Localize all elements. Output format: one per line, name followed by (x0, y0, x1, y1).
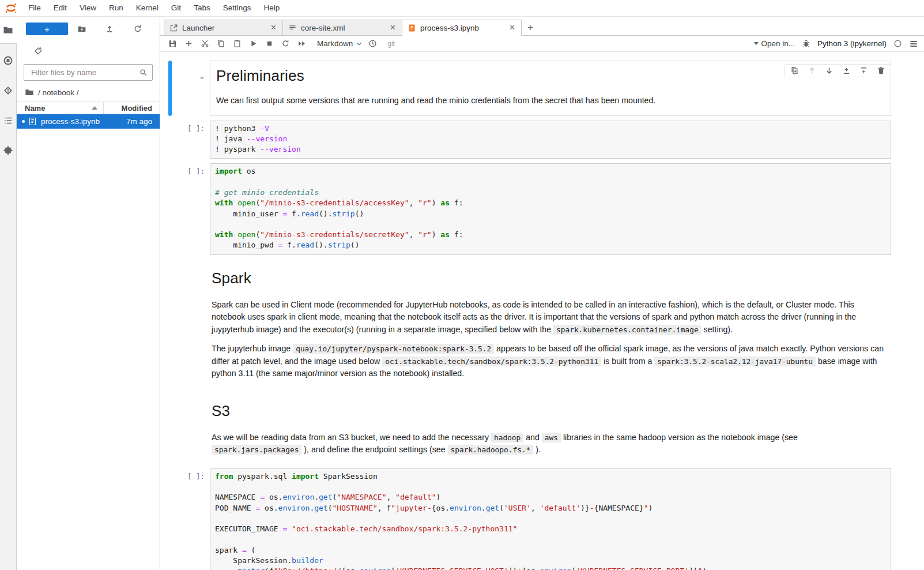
insert-below-icon[interactable] (859, 66, 868, 75)
duplicate-icon[interactable] (790, 66, 799, 75)
menu-kernel[interactable]: Kernel (130, 0, 165, 16)
markdown-cell[interactable]: PreliminariesWe can first output some ve… (168, 61, 891, 116)
markdown-heading: S3 (212, 402, 884, 420)
close-icon[interactable]: × (389, 23, 397, 32)
activitybar-running-kernels-tab[interactable] (0, 47, 17, 74)
code-line: with open("/minio-s3-credentials/secretK… (215, 230, 886, 241)
toolbar-left-icons (168, 39, 314, 48)
cell-prompt (172, 61, 210, 116)
filter-files-input[interactable] (30, 68, 139, 77)
file-row[interactable]: process-s3.ipynb7m ago (17, 114, 160, 129)
paste-icon[interactable] (233, 39, 242, 48)
stop-icon[interactable] (265, 39, 274, 48)
column-header-name[interactable]: Name (17, 102, 104, 114)
extensions-icon (3, 145, 13, 156)
add-tab-button[interactable]: + (522, 20, 539, 36)
restart-icon[interactable] (281, 39, 291, 48)
refresh-icon-button[interactable] (124, 24, 152, 33)
open-file-dot-icon (22, 120, 25, 123)
new-launcher-button[interactable]: + (26, 22, 68, 35)
menu-edit[interactable]: Edit (47, 0, 73, 16)
file-name: process-s3.ipynb (41, 117, 126, 126)
cell-body[interactable]: S3As we will be reading data from an S3 … (210, 392, 891, 464)
save-icon[interactable] (168, 39, 178, 48)
menu-help[interactable]: Help (257, 0, 286, 16)
tag-icon[interactable] (34, 47, 43, 55)
kernel-idle-icon[interactable] (893, 39, 902, 48)
markdown-cell[interactable]: SparkSpark can be used in Client mode (r… (168, 260, 891, 388)
refresh-icon (133, 24, 142, 33)
cell-body[interactable]: ! python3 -V! java --version! pyspark --… (210, 121, 891, 159)
main-dock: Launcher×core-site.xml×process-s3.ipynb×… (160, 17, 924, 570)
column-header-modified[interactable]: Modified (104, 104, 160, 112)
code-line: POD_NAME = os.environ.get("HOSTNAME", f"… (215, 504, 886, 514)
copy-icon[interactable] (217, 39, 226, 48)
kernel-name[interactable]: Python 3 (ipykernel) (817, 39, 887, 48)
menu-run[interactable]: Run (103, 0, 130, 16)
cell-body[interactable]: from pyspark.sql import SparkSession NAM… (210, 468, 891, 570)
bug-icon[interactable] (802, 39, 810, 48)
code-line (215, 482, 886, 493)
cut-icon[interactable] (201, 39, 210, 48)
stop-icon (265, 39, 274, 48)
cell-body[interactable]: PreliminariesWe can first output some ve… (210, 61, 891, 116)
file-browser-panel: + / notebook / Name Modified process-s3.… (17, 17, 160, 570)
folder-icon (3, 25, 13, 35)
tab-core-site-xml[interactable]: core-site.xml× (283, 20, 402, 36)
insert-cell-icon[interactable] (184, 39, 194, 48)
run-icon[interactable] (249, 39, 258, 48)
code-editor[interactable]: ! python3 -V! java --version! pyspark --… (210, 121, 891, 159)
code-line: NAMESPACE = os.environ.get("NAMESPACE", … (215, 493, 886, 503)
heading-collapser-icon[interactable] (199, 74, 205, 81)
menubar-items: FileEditViewRunKernelGitTabsSettingsHelp (22, 0, 286, 16)
menu-settings[interactable]: Settings (217, 0, 258, 16)
filebrowser-action-icons (68, 24, 152, 33)
move-down-icon[interactable] (825, 66, 834, 75)
move-up-icon[interactable] (808, 66, 816, 75)
delete-icon[interactable] (877, 66, 885, 75)
upload-icon-button[interactable] (96, 24, 123, 33)
activitybar-folder-tab[interactable] (0, 17, 17, 44)
paste-icon (233, 39, 242, 48)
cell-body[interactable]: SparkSpark can be used in Client mode (r… (210, 260, 891, 388)
inline-code: spark.jars.packages (212, 445, 301, 455)
markdown-cell[interactable]: S3As we will be reading data from an S3 … (168, 392, 891, 464)
new-folder-icon-button[interactable] (68, 24, 96, 33)
open-in-dropdown[interactable]: Open in... (754, 39, 795, 48)
tab-launcher[interactable]: Launcher× (164, 20, 283, 36)
markdown-paragraph: The jupyterhub image quay.io/jupyter/pys… (212, 343, 884, 380)
code-editor[interactable]: from pyspark.sql import SparkSession NAM… (210, 468, 891, 570)
code-cell[interactable]: [ ]:import os # get minio credentialswit… (168, 163, 891, 254)
close-icon[interactable]: × (508, 23, 516, 32)
open-in-label: Open in... (761, 39, 795, 48)
run-all-icon (297, 39, 306, 48)
close-icon[interactable]: × (270, 23, 277, 32)
run-all-icon[interactable] (297, 39, 307, 48)
git-toolbar-label: git (387, 40, 395, 48)
activitybar-git-tab[interactable] (0, 77, 17, 104)
cell-prompt: [ ]: (172, 163, 210, 254)
hamburger-icon[interactable] (909, 39, 918, 48)
tab-process-s3-ipynb[interactable]: process-s3.ipynb× (402, 20, 522, 36)
code-cell[interactable]: [ ]:from pyspark.sql import SparkSession… (168, 468, 891, 570)
filebrowser-tag-row (17, 40, 160, 59)
activitybar-extensions-tab[interactable] (0, 137, 17, 164)
folder-icon (25, 88, 34, 97)
breadcrumb[interactable]: / notebook / (17, 84, 160, 102)
code-editor[interactable]: import os # get minio credentialswith op… (210, 163, 891, 254)
column-modified-label: Modified (122, 104, 152, 112)
menu-git[interactable]: Git (165, 0, 187, 16)
history-icon[interactable] (368, 39, 377, 48)
menu-tabs[interactable]: Tabs (187, 0, 217, 16)
menu-view[interactable]: View (73, 0, 103, 16)
activitybar-table-of-contents-tab[interactable] (0, 107, 17, 134)
filter-files-box (24, 64, 153, 81)
cell-body[interactable]: import os # get minio credentialswith op… (210, 163, 891, 254)
xml-file-icon (288, 24, 297, 32)
code-cell[interactable]: [ ]:! python3 -V! java --version! pyspar… (168, 121, 891, 159)
menu-file[interactable]: File (22, 0, 47, 16)
tab-bar: Launcher×core-site.xml×process-s3.ipynb×… (160, 17, 924, 36)
insert-above-icon[interactable] (842, 66, 851, 75)
markdown-rendered: S3As we will be reading data from an S3 … (210, 392, 891, 464)
cell-type-dropdown[interactable]: Markdown (317, 39, 363, 48)
